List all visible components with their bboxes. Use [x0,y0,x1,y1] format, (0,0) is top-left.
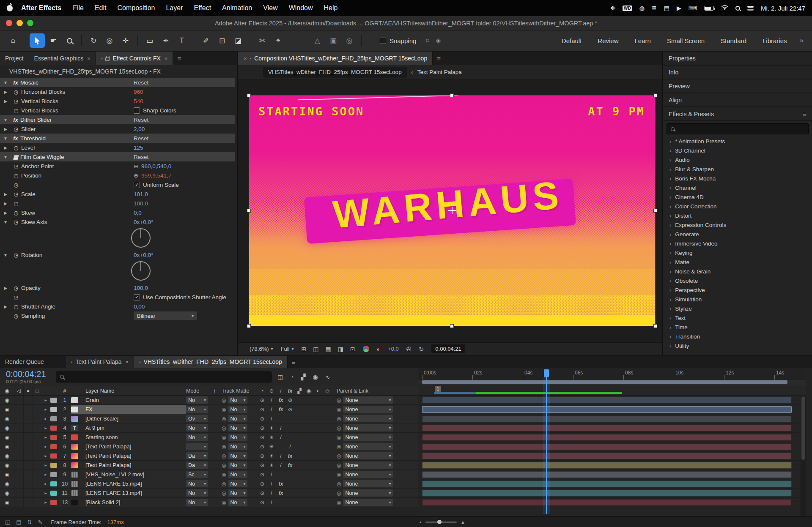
effect-header-row[interactable]: ▼fxThresholdReset [0,134,235,143]
brush-tool[interactable]: ✐ [198,33,214,48]
value-text[interactable]: 959,9,541,7 [141,172,171,179]
effects-presets-header[interactable]: Effects & Presets ≡ [663,107,812,121]
layer-label-chip-cell[interactable] [49,405,58,414]
layer-label-chip-cell[interactable] [49,414,58,423]
layer-name[interactable]: Grain [83,396,186,404]
effect-property-row[interactable]: ◷Use Composition's Shutter Angle [0,292,237,302]
graph-editor-icon[interactable]: ∿ [325,374,330,380]
layer-duration-row[interactable] [418,470,806,479]
effect-property-row[interactable]: ▶◷100,0 [0,199,237,208]
composition-canvas[interactable]: STARTING SOON AT 9 PM WARHAUS [249,96,655,326]
stopwatch-icon[interactable]: ◷ [11,219,21,225]
layer-row[interactable]: ◉▸7[Text Paint Palapa]Da▾◎No▾⊙☀/fx◎None▾ [0,451,418,461]
layer-switch-icon[interactable]: ⊙ [258,453,267,459]
stopwatch-icon[interactable]: ◷ [11,145,21,151]
layer-lock-cell[interactable] [33,414,42,423]
effect-property-row[interactable]: ▶◷Level125 [0,143,237,152]
layer-row[interactable]: ◉▸5Starting soonNo▾◎No▾⊙☀/◎None▾ [0,433,418,442]
property-checkbox[interactable] [134,182,140,188]
type-tool[interactable]: T [174,33,189,48]
twirl-down-icon[interactable]: ▼ [0,155,11,159]
property-checkbox[interactable] [134,294,140,300]
resolution-dropdown[interactable]: Full ▾ [281,346,294,352]
close-icon[interactable]: × [87,55,91,62]
layer-duration-bar[interactable] [422,434,792,441]
layer-visibility-icon[interactable]: ◉ [0,461,14,470]
value-text[interactable]: 0x+0,0° [134,252,153,258]
stopwatch-icon[interactable]: ◷ [11,98,21,104]
track-matte-dropdown[interactable]: No▾ [228,406,247,413]
effect-header-row[interactable]: ▼▦Film Gate WiggleReset [0,152,235,161]
pickwhip-icon[interactable]: ◎ [337,407,341,412]
value-text[interactable]: 125 [134,145,143,151]
layer-twirl-icon[interactable]: ▸ [42,423,49,432]
track-matte-dropdown[interactable]: No▾ [228,443,247,450]
layer-solo-cell[interactable] [24,433,33,442]
home-tool[interactable]: ⌂ [5,33,21,48]
workspace-standard[interactable]: Standard [721,37,746,44]
chevron-right-icon[interactable]: › [669,333,671,340]
layer-mode-dropdown[interactable]: Da▾ [186,452,208,459]
layer-duration-bar[interactable] [422,471,792,478]
chevron-right-icon[interactable]: › [669,185,671,191]
rotation-tool[interactable]: ↻ [86,33,101,48]
value-text[interactable]: 100,0 [134,285,148,291]
chevron-right-icon[interactable]: › [669,147,671,154]
track-matte-dropdown[interactable]: No▾ [228,396,247,404]
chevron-right-icon[interactable]: › [669,203,671,210]
layer-mode-dropdown[interactable]: -▾ [186,443,208,450]
effect-property-row[interactable]: ◷Uniform Scale [0,180,237,189]
workspace-overflow-button[interactable]: » [800,36,804,45]
track-matte-dropdown[interactable]: No▾ [228,415,247,422]
layer-switch-icon[interactable]: ⊙ [258,407,267,412]
chevron-right-icon[interactable]: › [669,231,671,238]
layer-name[interactable]: At 9 pm [83,423,186,432]
layer-name[interactable]: Starting soon [83,433,186,442]
property-value[interactable]: 0,00 [134,303,145,310]
stopwatch-icon[interactable]: ◷ [11,89,21,95]
layer-duration-row[interactable] [418,498,806,507]
layer-lock-cell[interactable] [33,442,42,451]
viewer-timecode[interactable]: 0:00:04:21 [431,344,465,353]
parent-link-dropdown[interactable]: None▾ [343,452,393,459]
chevron-right-icon[interactable]: › [669,222,671,228]
pickwhip-icon[interactable]: ◎ [337,472,341,478]
layer-duration-bar[interactable] [422,425,792,431]
layer-duration-row[interactable] [418,461,806,470]
stopwatch-icon[interactable]: ◷ [11,107,21,114]
menu-composition[interactable]: Composition [112,4,161,12]
preset-category[interactable]: ›Distort [663,211,812,220]
stack-icon[interactable]: ≣ [652,5,657,11]
parent-link-dropdown[interactable]: None▾ [343,443,393,450]
creative-cloud-icon[interactable]: ◍ [639,5,645,11]
layer-twirl-icon[interactable]: ▸ [42,489,49,497]
layer-switch-icon[interactable]: ⊙ [258,416,267,422]
layer-switch-icon[interactable]: fx [276,490,285,496]
layer-switch-icon[interactable]: / [267,490,276,496]
layer-switch-icon[interactable]: / [267,481,276,487]
workspace-review[interactable]: Review [598,37,618,44]
layer-duration-bar[interactable] [422,462,792,469]
layer-switch-icon[interactable]: ☀ [267,462,276,468]
breadcrumb-layer-label[interactable]: Text Paint Palapa [417,69,462,75]
panel-header-info[interactable]: Info [663,66,812,79]
preset-category[interactable]: ›Noise & Grain [663,267,812,276]
layer-duration-bar[interactable] [422,490,792,497]
parent-link-dropdown[interactable]: None▾ [343,415,393,422]
snap-grid-icon[interactable]: ⌗ [425,37,429,44]
magnification-dropdown[interactable]: (78,6%) ▾ [250,346,273,352]
layer-duration-row[interactable] [418,451,806,461]
layer-switch-icon[interactable]: \ [267,416,276,422]
selection-handle[interactable] [653,209,657,213]
layer-name[interactable]: [Black Solid 2] [83,498,186,507]
layer-name[interactable]: [Text Paint Palapa] [83,442,186,451]
selection-handle[interactable] [653,93,657,97]
layer-audio-cell[interactable] [14,489,24,497]
layer-label-chip[interactable] [50,444,57,449]
layer-name[interactable]: [Text Paint Palapa] [83,451,186,460]
layer-audio-cell[interactable] [14,423,24,432]
layer-visibility-icon[interactable]: ◉ [0,470,14,479]
parent-link-dropdown[interactable]: None▾ [343,434,393,441]
draft-icon[interactable]: ▤ [16,519,21,525]
layer-twirl-icon[interactable]: ▸ [42,396,49,404]
